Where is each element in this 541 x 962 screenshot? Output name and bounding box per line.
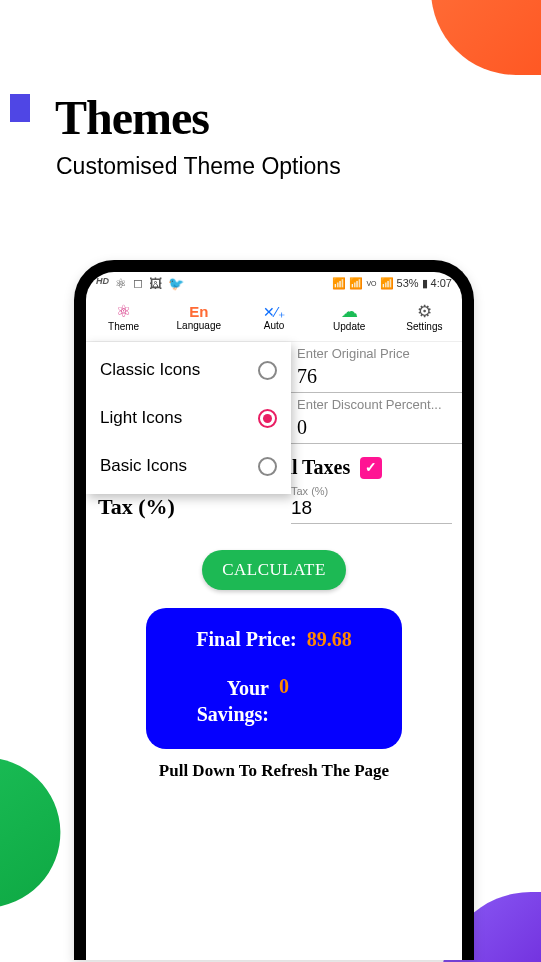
decoration-green <box>0 754 72 919</box>
check-icon: ✓ <box>365 459 377 476</box>
settings-icon: ⚙ <box>417 303 432 320</box>
accent-square <box>10 94 30 122</box>
page-title: Themes <box>55 90 541 145</box>
signal-icon-1: 📶 <box>349 277 363 290</box>
toolbar-theme-label: Theme <box>108 321 139 332</box>
theme-dropdown: Classic Icons Light Icons Basic Icons <box>86 342 291 494</box>
discount-placeholder: Enter Discount Percent... <box>297 397 456 412</box>
theme-option-classic[interactable]: Classic Icons <box>86 346 291 394</box>
theme-option-light[interactable]: Light Icons <box>86 394 291 442</box>
auto-icon: ✕⁄₊ <box>263 305 284 319</box>
page-subtitle: Customised Theme Options <box>56 153 541 180</box>
discount-input[interactable]: Enter Discount Percent... 0 <box>291 393 462 444</box>
toolbar: ⚛ Theme En Language ✕⁄₊ Auto ☁ Update ⚙ … <box>86 294 462 342</box>
original-price-input[interactable]: Enter Original Price 76 <box>291 342 462 393</box>
radio-unchecked-icon <box>258 457 277 476</box>
theme-option-label: Light Icons <box>100 408 182 428</box>
twitter-icon: 🐦 <box>168 276 184 291</box>
discount-value: 0 <box>297 416 456 439</box>
theme-option-label: Classic Icons <box>100 360 200 380</box>
savings-value: 0 <box>279 675 384 698</box>
status-bar: HD ⚛ ◻ 🖼 🐦 📶 📶 VO 📶 53% ▮ 4:07 <box>86 272 462 294</box>
signal-icon-2: 📶 <box>380 277 394 290</box>
tax-input[interactable]: Tax (%) 18 <box>291 485 452 524</box>
atom-icon: ⚛ <box>115 276 127 291</box>
page-header: Themes Customised Theme Options <box>0 0 541 180</box>
radio-checked-icon <box>258 409 277 428</box>
tax-placeholder: Tax (%) <box>291 485 452 497</box>
calculate-button[interactable]: CALCULATE <box>202 550 346 590</box>
volte-icon: VO <box>366 280 376 287</box>
language-icon: En <box>189 304 208 319</box>
savings-label: Your Savings: <box>164 675 269 727</box>
instagram-icon: ◻ <box>133 276 143 291</box>
toolbar-update-label: Update <box>333 321 365 332</box>
original-price-value: 76 <box>297 365 456 388</box>
phone-mockup: HD ⚛ ◻ 🖼 🐦 📶 📶 VO 📶 53% ▮ 4:07 ⚛ Theme E… <box>74 260 474 960</box>
pull-refresh-hint: Pull Down To Refresh The Page <box>86 761 462 781</box>
toolbar-auto-label: Auto <box>264 320 285 331</box>
add-taxes-checkbox[interactable]: ✓ <box>360 457 382 479</box>
battery-icon: ▮ <box>422 277 428 290</box>
clock-time: 4:07 <box>431 277 452 289</box>
battery-percent: 53% <box>397 277 419 289</box>
theme-option-label: Basic Icons <box>100 456 187 476</box>
hd-indicator: HD <box>96 276 109 291</box>
final-price-value: 89.68 <box>307 628 352 651</box>
wifi-icon: 📶 <box>332 277 346 290</box>
tax-value: 18 <box>291 497 452 519</box>
original-price-placeholder: Enter Original Price <box>297 346 456 361</box>
update-icon: ☁ <box>341 303 358 320</box>
toolbar-language[interactable]: En Language <box>161 294 236 341</box>
tax-label: Tax (%) <box>96 494 291 524</box>
final-price-label: Final Price: <box>196 628 297 651</box>
toolbar-settings[interactable]: ⚙ Settings <box>387 294 462 341</box>
toolbar-theme[interactable]: ⚛ Theme <box>86 294 161 341</box>
toolbar-settings-label: Settings <box>406 321 442 332</box>
theme-icon: ⚛ <box>116 303 131 320</box>
radio-unchecked-icon <box>258 361 277 380</box>
theme-option-basic[interactable]: Basic Icons <box>86 442 291 490</box>
result-card: Final Price: 89.68 Your Savings: 0 <box>146 608 402 749</box>
toolbar-auto[interactable]: ✕⁄₊ Auto <box>236 294 311 341</box>
picture-icon: 🖼 <box>149 276 162 291</box>
toolbar-update[interactable]: ☁ Update <box>312 294 387 341</box>
toolbar-language-label: Language <box>177 320 222 331</box>
